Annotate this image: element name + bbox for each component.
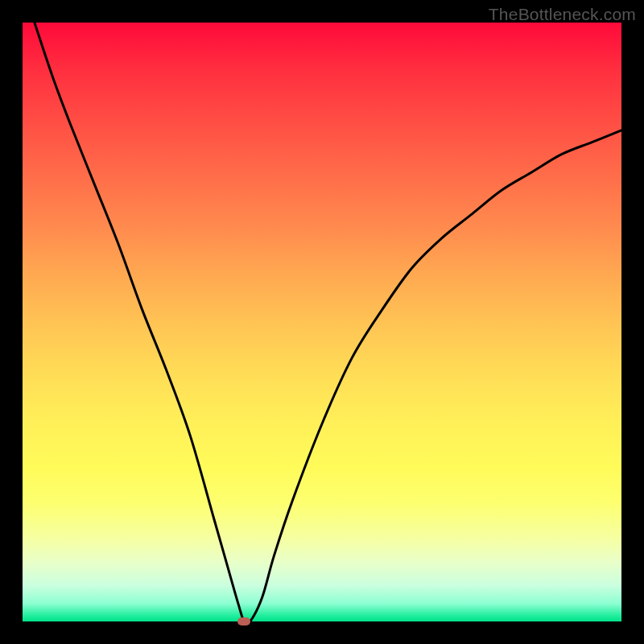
plot-area: [23, 23, 621, 621]
chart-container: TheBottleneck.com: [0, 0, 644, 644]
bottleneck-curve: [23, 23, 621, 621]
optimal-point-marker: [237, 617, 250, 625]
watermark-text: TheBottleneck.com: [489, 5, 636, 24]
